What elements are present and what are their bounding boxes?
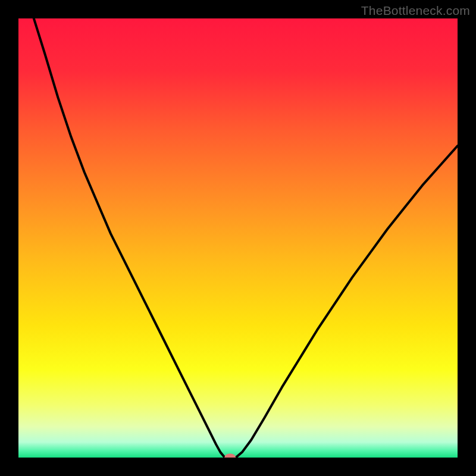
vertex-marker xyxy=(18,18,458,458)
plot-area xyxy=(18,18,458,458)
chart-stage: TheBottleneck.com xyxy=(0,0,476,476)
svg-point-1 xyxy=(224,453,236,458)
watermark-text: TheBottleneck.com xyxy=(361,4,470,18)
